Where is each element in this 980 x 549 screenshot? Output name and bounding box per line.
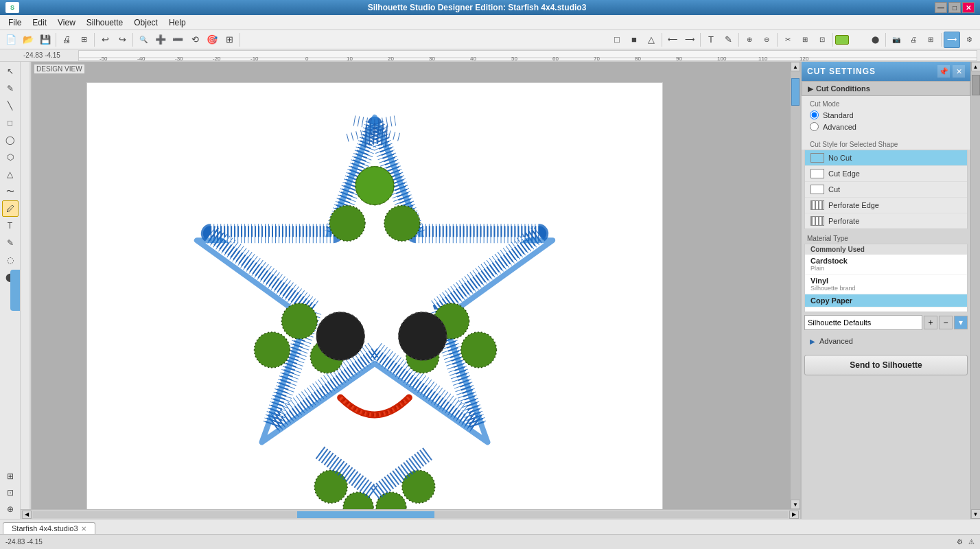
- ungroup-btn[interactable]: ⊖: [758, 32, 775, 48]
- erase-tool[interactable]: ✎: [2, 235, 19, 251]
- tab-close-button[interactable]: ✕: [81, 525, 86, 533]
- material-list[interactable]: Commonly Used Cardstock Plain Vinyl Silh…: [804, 244, 968, 312]
- minimize-button[interactable]: —: [935, 2, 947, 13]
- scroll-up-btn[interactable]: ▲: [791, 62, 800, 71]
- undo-button[interactable]: ↩: [97, 32, 113, 48]
- cut-conditions-header[interactable]: ▶ Cut Conditions: [802, 81, 970, 96]
- close-button[interactable]: ✕: [962, 2, 975, 13]
- settings-tb[interactable]: ⚙: [961, 32, 977, 48]
- material-add-button[interactable]: +: [924, 316, 937, 329]
- zoom-in-button[interactable]: ➕: [152, 32, 169, 48]
- send-silhouette-tb[interactable]: ⟶: [944, 32, 960, 48]
- rect-tool-left[interactable]: □: [2, 115, 19, 131]
- cut-style-cut-edge[interactable]: Cut Edge: [805, 166, 967, 182]
- group-btn[interactable]: ⊕: [741, 32, 758, 48]
- standard-mode-row[interactable]: Standard: [810, 110, 962, 119]
- cut-btn[interactable]: ✂: [780, 32, 796, 48]
- standard-label[interactable]: Standard: [823, 111, 854, 119]
- zoom-reset-button[interactable]: ⟲: [187, 32, 203, 48]
- advanced-label[interactable]: Advanced: [823, 123, 856, 131]
- zoom-window-button[interactable]: 🎯: [204, 32, 220, 48]
- draw-tool[interactable]: ✎: [720, 32, 736, 48]
- poly-tool-left[interactable]: ⬡: [2, 149, 19, 165]
- camera-btn[interactable]: 📷: [888, 32, 905, 48]
- poly-tool[interactable]: △: [643, 32, 660, 48]
- embroidery-design[interactable]: [87, 83, 662, 509]
- hscroll-thumb[interactable]: [297, 511, 434, 518]
- panel-close-button[interactable]: ✕: [953, 65, 965, 78]
- panel-pin-button[interactable]: 📌: [937, 65, 950, 78]
- zoom-page-button[interactable]: ⊞: [221, 32, 237, 48]
- material-copy-paper[interactable]: Copy Paper: [805, 294, 967, 307]
- right-scroll-up[interactable]: ▲: [971, 62, 981, 71]
- menu-object[interactable]: Object: [128, 16, 163, 29]
- pencil-tool[interactable]: 🖊: [2, 200, 19, 217]
- print3-btn[interactable]: 🖨: [905, 32, 922, 48]
- replicate-btn[interactable]: ⊞: [922, 32, 939, 48]
- triangle-tool[interactable]: △: [2, 166, 19, 183]
- design-canvas[interactable]: DESIGN VIEW: [32, 62, 800, 509]
- menu-help[interactable]: Help: [163, 16, 191, 29]
- open-button[interactable]: 📂: [20, 32, 36, 48]
- fill-color[interactable]: [835, 35, 849, 45]
- cut-style-perforate[interactable]: Perforate: [805, 213, 967, 229]
- vertical-scrollbar[interactable]: ▲ ▼: [791, 62, 800, 509]
- scroll-thumb[interactable]: [791, 78, 800, 106]
- send-to-silhouette-button[interactable]: Send to Silhouette: [804, 355, 968, 375]
- maximize-button[interactable]: □: [948, 2, 961, 13]
- menu-view[interactable]: View: [52, 16, 81, 29]
- ellipse-tool[interactable]: ■: [626, 32, 642, 48]
- print-button[interactable]: 🖨: [58, 32, 75, 48]
- settings-icon[interactable]: ⚙: [957, 538, 963, 546]
- new-button[interactable]: 📄: [3, 32, 19, 48]
- material-input[interactable]: [804, 315, 922, 330]
- scroll-down-btn[interactable]: ▼: [791, 500, 800, 509]
- material-dropdown-button[interactable]: ▾: [954, 316, 968, 329]
- material-remove-button[interactable]: −: [939, 316, 953, 329]
- zoom-out-button[interactable]: ➖: [170, 32, 186, 48]
- standard-radio[interactable]: [810, 110, 819, 119]
- stroke-color[interactable]: [850, 32, 866, 48]
- advanced-section[interactable]: ▶ Advanced: [802, 333, 970, 349]
- paint-tool[interactable]: ◌: [2, 252, 19, 268]
- cut-style-no-cut[interactable]: No Cut: [805, 150, 967, 166]
- align-right[interactable]: ⟶: [681, 32, 698, 48]
- alert-icon[interactable]: ⚠: [968, 538, 975, 546]
- layer-tool[interactable]: ⊞: [2, 468, 19, 484]
- right-scroll-thumb[interactable]: [972, 75, 980, 95]
- menu-silhouette[interactable]: Silhouette: [81, 16, 128, 29]
- menu-edit[interactable]: Edit: [27, 16, 52, 29]
- redo-button[interactable]: ↪: [114, 32, 130, 48]
- more-colors[interactable]: ⬤: [867, 32, 883, 48]
- store-tool[interactable]: ⊕: [2, 501, 19, 517]
- advanced-mode-row[interactable]: Advanced: [810, 122, 962, 131]
- right-panel-scrollbar[interactable]: ▲ ▼: [970, 62, 980, 519]
- library-tool[interactable]: ⊡: [2, 484, 19, 501]
- right-scroll-down[interactable]: ▼: [971, 509, 981, 519]
- cut-style-cut[interactable]: Cut: [805, 182, 967, 198]
- paste-btn[interactable]: ⊡: [814, 32, 830, 48]
- material-vinyl[interactable]: Vinyl Silhouette brand: [805, 274, 967, 294]
- text-tool[interactable]: T: [703, 32, 719, 48]
- menu-file[interactable]: File: [3, 16, 27, 29]
- print2-button[interactable]: ⊞: [75, 32, 92, 48]
- align-left[interactable]: ⟵: [664, 32, 681, 48]
- design-paper[interactable]: [86, 82, 663, 509]
- hscroll-right-btn[interactable]: ▶: [789, 511, 799, 519]
- horizontal-scrollbar[interactable]: ◀ ▶: [21, 509, 800, 519]
- advanced-radio[interactable]: [810, 122, 819, 131]
- zoom-fit-button[interactable]: 🔍: [135, 32, 152, 48]
- copy-btn[interactable]: ⊞: [797, 32, 813, 48]
- ellipse-tool-left[interactable]: ◯: [2, 132, 19, 148]
- text-tool-left[interactable]: T: [2, 218, 19, 234]
- pen-tool[interactable]: ✎: [2, 80, 19, 97]
- hscroll-left-btn[interactable]: ◀: [22, 511, 32, 519]
- material-cardstock[interactable]: Cardstock Plain: [805, 255, 967, 274]
- cut-style-perforate-edge[interactable]: Perforate Edge: [805, 198, 967, 213]
- line-tool[interactable]: ╲: [2, 97, 19, 114]
- curve-tool[interactable]: 〜: [2, 183, 19, 200]
- rect-tool[interactable]: □: [609, 32, 625, 48]
- save-button[interactable]: 💾: [37, 32, 54, 48]
- select-tool[interactable]: ↖: [2, 63, 19, 80]
- tab-starfish[interactable]: Starfish 4x4.studio3 ✕: [3, 522, 95, 534]
